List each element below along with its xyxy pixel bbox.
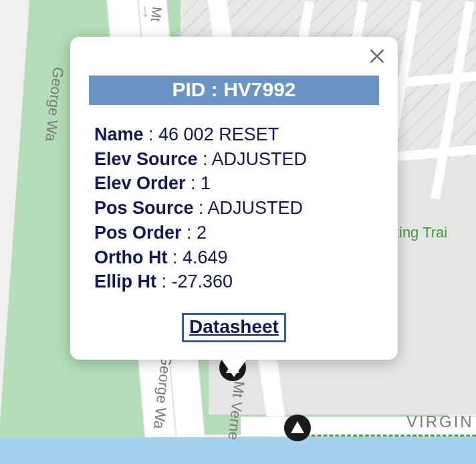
trail-line — [287, 435, 476, 437]
pid-label: PID — [172, 78, 205, 100]
field-key: Pos Source — [94, 198, 194, 218]
field-key: Name — [94, 124, 144, 144]
field-key: Pos Order — [94, 223, 182, 243]
water — [0, 437, 476, 464]
survey-marker-secondary[interactable] — [284, 415, 311, 441]
field-value: 2 — [197, 223, 207, 243]
field-value: 4.649 — [183, 247, 228, 267]
field-value: ADJUSTED — [212, 149, 308, 169]
field-value: ADJUSTED — [208, 198, 304, 218]
field-elev-source: Elev Source : ADJUSTED — [94, 147, 379, 172]
field-name: Name : 46 002 RESET — [94, 122, 379, 147]
close-icon — [368, 47, 386, 65]
field-ellip-ht: Ellip Ht : -27.360 — [94, 269, 379, 294]
field-key: Elev Order — [94, 173, 186, 193]
datasheet-link[interactable]: Datasheet — [182, 313, 286, 342]
close-button[interactable] — [368, 47, 386, 65]
field-elev-order: Elev Order : 1 — [94, 171, 379, 196]
field-pos-source: Pos Source : ADJUSTED — [94, 196, 379, 221]
trail-label: king Trai — [392, 224, 447, 241]
callout-tail — [221, 358, 247, 377]
info-details: Name : 46 002 RESET Elev Source : ADJUST… — [89, 122, 379, 294]
area-label-virginia: VIRGIN — [406, 413, 474, 431]
map-viewport[interactable]: ↓ ↑ ↑ George Wa George Wa Mt G Mt Verne … — [0, 0, 476, 464]
field-value: 46 002 RESET — [158, 124, 279, 144]
triangle-icon — [291, 421, 304, 433]
pid-banner: PID : HV7992 — [89, 76, 379, 105]
road-label-mt: Mt — [148, 6, 164, 23]
info-window: PID : HV7992 Name : 46 002 RESET Elev So… — [70, 37, 398, 360]
field-pos-order: Pos Order : 2 — [94, 221, 379, 245]
field-value: 1 — [201, 173, 211, 193]
field-ortho-ht: Ortho Ht : 4.649 — [94, 245, 379, 270]
pid-value: HV7992 — [223, 78, 295, 100]
field-key: Ellip Ht — [94, 271, 156, 292]
field-key: Elev Source — [94, 149, 198, 169]
field-key: Ortho Ht — [94, 247, 167, 267]
field-value: -27.360 — [172, 271, 233, 292]
